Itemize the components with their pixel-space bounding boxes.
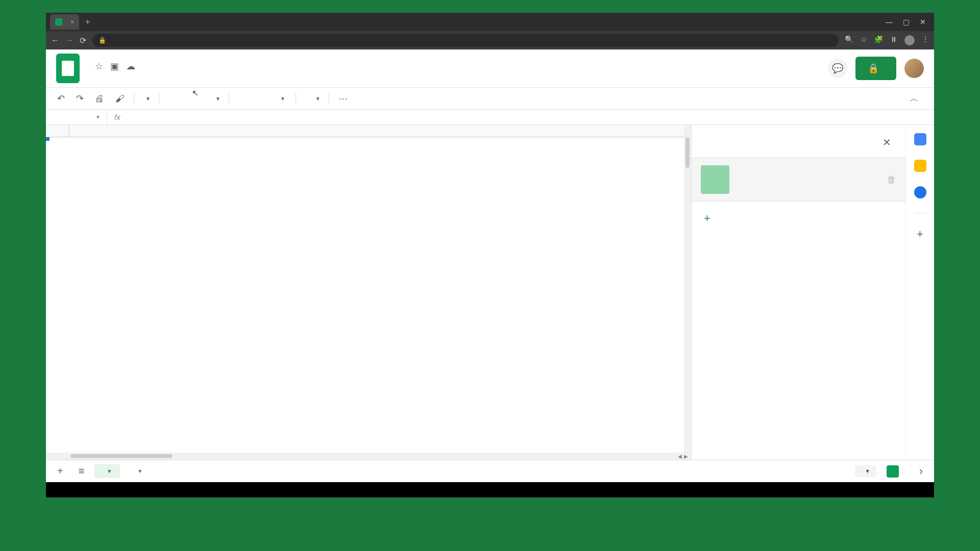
window-minimize-icon[interactable]: — (886, 18, 893, 26)
menu-tools[interactable] (155, 74, 165, 76)
column-headers (46, 125, 691, 137)
menu-edit[interactable] (99, 74, 109, 76)
window-maximize-icon[interactable]: ▢ (903, 18, 910, 26)
explore-button[interactable] (887, 465, 904, 478)
font-family-dropdown[interactable]: ▼ (234, 96, 290, 102)
url-input[interactable]: 🔒 (92, 34, 839, 47)
menu-view[interactable] (110, 74, 120, 76)
keep-icon[interactable] (914, 160, 926, 172)
format-rule-item[interactable]: 🗑 (692, 158, 905, 202)
calendar-icon[interactable] (914, 133, 926, 145)
forward-icon[interactable]: → (65, 36, 74, 45)
currency-button[interactable] (164, 96, 173, 101)
font-size-dropdown[interactable]: ▼ (301, 96, 324, 102)
percent-button[interactable] (176, 96, 184, 101)
print-icon[interactable]: 🖨 (91, 91, 108, 106)
star-icon[interactable]: ☆ (861, 35, 867, 45)
plus-icon: + (704, 212, 710, 225)
tasks-icon[interactable] (914, 186, 926, 198)
add-rule-button[interactable]: + (692, 202, 905, 235)
menu-format[interactable] (133, 74, 143, 76)
decrease-decimal-button[interactable] (187, 96, 195, 101)
quicksum-dropdown[interactable]: ▼ (855, 465, 876, 477)
expand-side-icon[interactable]: › (914, 465, 928, 478)
browser-menu-icon[interactable]: ⋮ (922, 35, 929, 45)
delete-rule-icon[interactable]: 🗑 (887, 174, 896, 185)
window-close-icon[interactable]: ✕ (920, 18, 926, 26)
explore-icon (887, 465, 899, 478)
move-folder-icon[interactable]: ▣ (110, 61, 119, 72)
add-sheet-icon[interactable]: + (52, 462, 68, 480)
share-button[interactable]: 🔒 (855, 57, 896, 80)
user-avatar[interactable] (904, 59, 924, 78)
sheets-favicon (55, 18, 62, 26)
vertical-scrollbar[interactable] (684, 125, 691, 453)
menu-addons[interactable] (166, 74, 177, 76)
zoom-icon[interactable]: 🔍 (845, 35, 853, 45)
increase-decimal-button[interactable] (198, 96, 206, 101)
add-addon-icon[interactable]: + (917, 228, 923, 241)
back-icon[interactable]: ← (51, 36, 59, 45)
menu-bar (88, 74, 820, 76)
toolbar: ↶ ↷ 🖨 🖌 ▼ ▼ ▼ ▼ ⋯ ︿ (46, 87, 934, 110)
paint-format-icon[interactable]: 🖌 (111, 91, 129, 106)
collapse-toolbar-icon[interactable]: ︿ (901, 90, 927, 107)
redo-icon[interactable]: ↷ (72, 91, 88, 106)
name-box[interactable]: ▼ (46, 110, 107, 124)
pause-icon[interactable]: ⏸ (890, 35, 897, 45)
conditional-format-panel: ✕ 🗑 + ↖ (691, 125, 905, 460)
more-toolbar-icon[interactable]: ⋯ (334, 91, 352, 106)
chevron-down-icon: ▼ (95, 114, 101, 120)
sheet-tab-1[interactable]: ▼ (94, 464, 120, 478)
close-panel-icon[interactable]: ✕ (880, 134, 893, 151)
browser-address-bar: ← → ⟳ 🔒 🔍 ☆ 🧩 ⏸ ⋮ (46, 31, 934, 49)
browser-tab[interactable]: × (50, 14, 79, 30)
extensions-icon[interactable]: 🧩 (874, 35, 883, 45)
side-rail: + (905, 125, 934, 460)
menu-file[interactable] (88, 74, 98, 76)
menu-insert[interactable] (121, 74, 132, 76)
fill-handle[interactable] (46, 137, 50, 141)
lock-icon: 🔒 (868, 63, 879, 74)
lock-icon: 🔒 (99, 37, 106, 44)
new-tab-button[interactable]: + (79, 17, 96, 27)
star-outline-icon[interactable]: ☆ (95, 61, 103, 72)
sheet-tab-2[interactable]: ▼ (125, 464, 151, 478)
horizontal-scrollbar[interactable]: ◀▶ (46, 453, 691, 460)
menu-data[interactable] (144, 74, 154, 76)
reload-icon[interactable]: ⟳ (80, 36, 86, 45)
undo-icon[interactable]: ↶ (53, 91, 69, 106)
sheets-logo-icon[interactable] (56, 54, 80, 83)
close-tab-icon[interactable]: × (70, 18, 74, 26)
cloud-status-icon[interactable]: ☁ (126, 61, 135, 72)
sheet-tab-bar: + ≡ ▼ ▼ ▼ › (46, 460, 934, 482)
select-all-corner[interactable] (46, 125, 69, 137)
comments-button[interactable]: 💬 (828, 59, 847, 78)
rule-preview-swatch (701, 165, 729, 194)
menu-help[interactable] (178, 74, 188, 76)
zoom-dropdown[interactable]: ▼ (139, 96, 154, 102)
number-format-dropdown[interactable]: ▼ (209, 96, 224, 102)
profile-avatar-icon[interactable] (904, 35, 915, 45)
fx-icon: fx (107, 113, 128, 121)
browser-tab-strip: × + — ▢ ✕ (46, 13, 934, 31)
all-sheets-icon[interactable]: ≡ (74, 462, 90, 480)
